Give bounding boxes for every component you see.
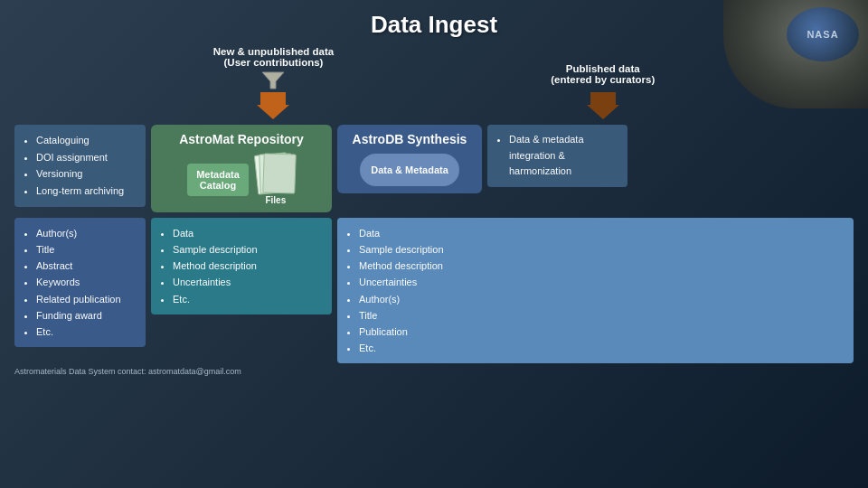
left-features-panel: Cataloguing DOI assignment Versioning Lo… <box>14 125 146 207</box>
bottom-left-panel: Author(s) Title Abstract Keywords Relate… <box>14 218 146 347</box>
arrows-row: New & unpublished data (User contributio… <box>14 46 854 119</box>
data-metadata-oval: Data & Metadata <box>360 154 459 186</box>
published-data-label: Published data (entered by curators) <box>551 63 655 85</box>
bl-author: Author(s) <box>36 225 137 241</box>
bc-data: Data <box>173 225 323 241</box>
feature-versioning: Versioning <box>36 165 137 183</box>
middle-section: Cataloguing DOI assignment Versioning Lo… <box>14 125 854 212</box>
files-label: Files <box>265 195 286 205</box>
footer-text: Astromaterials Data System contact: astr… <box>14 367 854 376</box>
new-data-line2: (User contributions) <box>224 57 324 68</box>
bl-keywords: Keywords <box>36 274 137 290</box>
files-section: Files <box>256 154 296 205</box>
br-publication: Publication <box>359 324 844 340</box>
files-stack <box>256 154 296 193</box>
main-container: Data Ingest New & unpublished data (User… <box>0 0 868 488</box>
astrodb-title: AstroDB Synthesis <box>346 132 473 146</box>
br-sample: Sample description <box>359 241 844 258</box>
bl-etc: Etc. <box>36 324 137 340</box>
svg-marker-0 <box>262 72 284 89</box>
astromat-title: AstroMat Repository <box>160 132 323 146</box>
feature-doi: DOI assignment <box>36 149 137 166</box>
new-data-line1: New & unpublished data <box>213 46 335 57</box>
br-author: Author(s) <box>359 291 844 307</box>
br-uncertainties: Uncertainties <box>359 274 844 290</box>
bc-method: Method description <box>173 258 323 274</box>
bc-etc: Etc. <box>173 291 323 307</box>
new-data-label: New & unpublished data (User contributio… <box>213 46 335 68</box>
bottom-section: Author(s) Title Abstract Keywords Relate… <box>14 218 854 363</box>
bc-uncertainties: Uncertainties <box>173 274 323 290</box>
brown-down-arrow <box>587 92 619 119</box>
br-title: Title <box>359 307 844 324</box>
br-etc: Etc. <box>359 340 844 356</box>
astromat-repository-box: AstroMat Repository MetadataCatalog File… <box>151 125 332 212</box>
new-data-arrow-section: New & unpublished data (User contributio… <box>213 46 335 119</box>
funnel-icon <box>260 70 286 90</box>
bl-related-pub: Related publication <box>36 291 137 307</box>
orange-down-arrow <box>257 92 289 119</box>
astrodb-synthesis-box: AstroDB Synthesis Data & Metadata <box>337 125 482 193</box>
bottom-right-panel: Data Sample description Method descripti… <box>337 218 854 363</box>
bl-abstract: Abstract <box>36 258 137 274</box>
published-data-arrow-section: Published data (entered by curators) <box>551 63 655 119</box>
published-data-line2: (entered by curators) <box>551 74 655 85</box>
published-data-line1: Published data <box>566 63 640 74</box>
astromat-inner: MetadataCatalog Files <box>160 154 323 205</box>
feature-integration: Data & metadataintegration &harmonizatio… <box>509 132 618 180</box>
feature-cataloguing: Cataloguing <box>36 132 137 149</box>
metadata-catalog-box: MetadataCatalog <box>187 164 249 196</box>
bottom-center-panel: Data Sample description Method descripti… <box>151 218 332 314</box>
feature-archiving: Long-term archiving <box>36 183 137 200</box>
file-card-3 <box>262 153 297 193</box>
br-method: Method description <box>359 258 844 274</box>
page-title: Data Ingest <box>14 11 854 39</box>
br-data: Data <box>359 225 844 241</box>
bc-sample: Sample description <box>173 241 323 258</box>
bl-funding: Funding award <box>36 307 137 324</box>
bl-title: Title <box>36 241 137 258</box>
right-features-panel: Data & metadataintegration &harmonizatio… <box>487 125 627 187</box>
